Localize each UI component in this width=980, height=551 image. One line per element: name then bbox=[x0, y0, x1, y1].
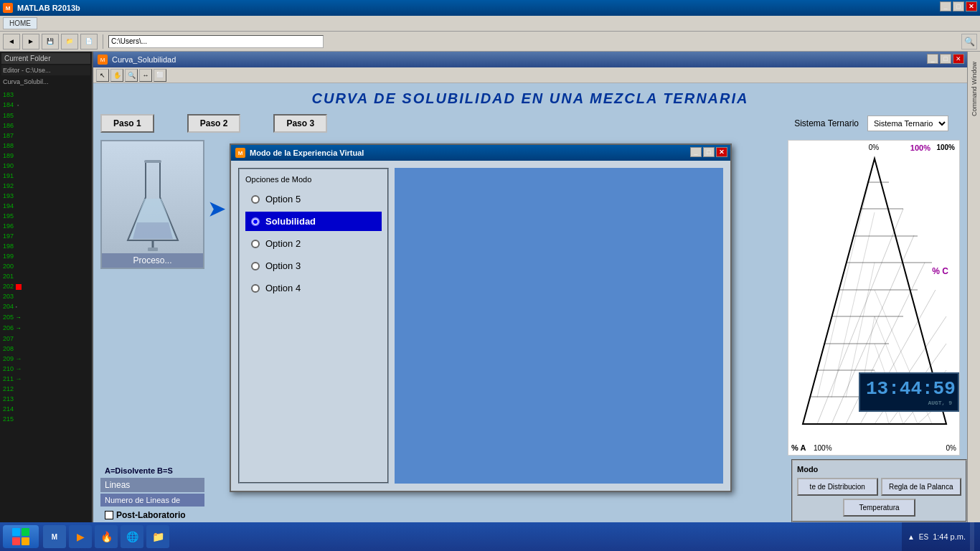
modal-close[interactable]: ✕ bbox=[716, 147, 727, 157]
taskbar-time: 1:44 p.m. bbox=[933, 532, 966, 541]
option-5-label: Option 5 bbox=[265, 194, 301, 204]
taskbar-icon-3[interactable]: 🔥 bbox=[95, 525, 118, 548]
modal-titlebar: M Modo de la Experiencia Virtual _ □ ✕ bbox=[231, 145, 730, 161]
option-s-label: Solubilidad bbox=[265, 216, 316, 227]
taskbar-icon-2[interactable]: ▶ bbox=[69, 525, 92, 548]
options-group: Opciones de Modo Option 5 Solubilidad bbox=[238, 168, 389, 484]
start-button[interactable] bbox=[3, 525, 39, 548]
option-3-radio[interactable] bbox=[251, 262, 260, 270]
taskbar: M ▶ 🔥 🌐 📁 ▲ ES 1:44 p.m. bbox=[0, 522, 980, 551]
option-3-row[interactable]: Option 3 bbox=[245, 256, 382, 276]
tray-show-desktop[interactable]: ▲ bbox=[908, 533, 915, 541]
system-tray: ▲ ES 1:44 p.m. bbox=[902, 522, 980, 551]
taskbar-icon-4[interactable]: 🌐 bbox=[121, 525, 143, 548]
modal-right-area bbox=[395, 168, 723, 484]
option-5-row[interactable]: Option 5 bbox=[245, 189, 382, 209]
windows-logo-icon bbox=[11, 527, 31, 547]
svg-rect-30 bbox=[12, 528, 20, 536]
option-3-label: Option 3 bbox=[265, 260, 301, 271]
svg-rect-32 bbox=[12, 537, 20, 545]
taskbar-matlab-icon[interactable]: M bbox=[43, 525, 66, 548]
modal-dialog: M Modo de la Experiencia Virtual _ □ ✕ O… bbox=[230, 143, 732, 492]
option-4-label: Option 4 bbox=[265, 283, 301, 293]
option-2-row[interactable]: Option 2 bbox=[245, 234, 382, 253]
options-group-title: Opciones de Modo bbox=[245, 175, 382, 184]
show-desktop-btn[interactable] bbox=[970, 522, 974, 551]
option-s-row[interactable]: Solubilidad bbox=[245, 212, 382, 231]
modal-maximize[interactable]: □ bbox=[703, 147, 715, 157]
modal-controls: _ □ ✕ bbox=[690, 147, 727, 157]
option-s-radio[interactable] bbox=[251, 217, 260, 226]
option-2-radio[interactable] bbox=[251, 240, 260, 248]
modal-icon: M bbox=[235, 148, 245, 158]
lang-indicator: ES bbox=[919, 533, 928, 541]
clock-tray: 1:44 p.m. bbox=[933, 532, 966, 541]
modal-minimize[interactable]: _ bbox=[690, 147, 702, 157]
modal-body: Opciones de Modo Option 5 Solubilidad bbox=[231, 161, 730, 491]
modal-overlay: M Modo de la Experiencia Virtual _ □ ✕ O… bbox=[0, 0, 980, 522]
option-4-radio[interactable] bbox=[251, 284, 260, 293]
svg-rect-31 bbox=[22, 528, 29, 536]
option-4-row[interactable]: Option 4 bbox=[245, 278, 382, 298]
option-2-label: Option 2 bbox=[265, 238, 301, 249]
matlab-window: M MATLAB R2013b _ □ ✕ HOME ◄ ► 💾 📁 📄 🔍 C… bbox=[0, 0, 980, 522]
taskbar-icon-5[interactable]: 📁 bbox=[146, 525, 169, 548]
modal-title: Modo de la Experiencia Virtual bbox=[250, 149, 364, 157]
option-5-radio[interactable] bbox=[251, 195, 260, 204]
svg-rect-33 bbox=[22, 537, 29, 545]
